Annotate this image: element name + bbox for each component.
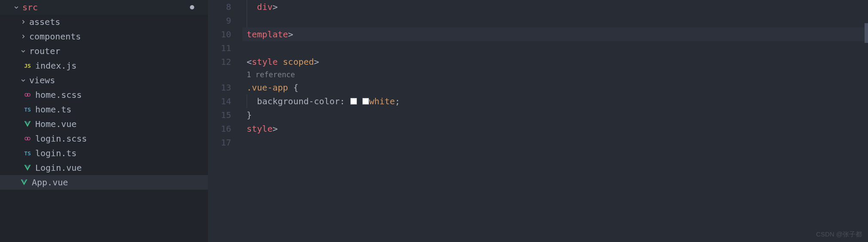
- vue-file-icon: [23, 163, 32, 172]
- line-number-gutter: 891011121314151617: [208, 0, 242, 242]
- line-number: 17: [208, 136, 231, 149]
- chevron-down-icon: [20, 77, 27, 84]
- scss-file-icon: [23, 134, 32, 143]
- code-line[interactable]: style>: [242, 122, 868, 136]
- file-label: login.scss: [35, 133, 87, 144]
- folder-item-assets[interactable]: assets: [0, 15, 208, 29]
- line-number: 15: [208, 108, 231, 122]
- line-number: 16: [208, 122, 231, 136]
- color-swatch-icon[interactable]: [350, 98, 357, 105]
- code-content[interactable]: div>template><style scoped>1 reference.v…: [242, 0, 868, 242]
- color-swatch-icon[interactable]: [362, 98, 369, 105]
- folder-item-src[interactable]: src: [0, 0, 208, 15]
- folder-label: router: [29, 46, 60, 56]
- code-line[interactable]: [242, 41, 868, 55]
- code-line[interactable]: [242, 136, 868, 149]
- file-item-login.ts[interactable]: TSlogin.ts: [0, 146, 208, 160]
- line-number: 13: [208, 81, 231, 94]
- folder-item-router[interactable]: router: [0, 44, 208, 58]
- ts-file-icon: TS: [23, 149, 32, 157]
- file-label: Home.vue: [35, 119, 76, 129]
- line-number: 10: [208, 27, 231, 41]
- folder-label: src: [22, 2, 38, 12]
- file-item-home.ts[interactable]: TShome.ts: [0, 102, 208, 117]
- chevron-right-icon: [20, 33, 27, 40]
- chevron-right-icon: [20, 18, 27, 25]
- vue-file-icon: [20, 178, 28, 187]
- code-line[interactable]: template>: [242, 27, 868, 41]
- folder-label: views: [29, 75, 55, 85]
- dirty-indicator-icon: [190, 5, 194, 9]
- folder-item-views[interactable]: views: [0, 73, 208, 88]
- vue-file-icon: [23, 120, 32, 128]
- scss-file-icon: [23, 91, 32, 99]
- ts-file-icon: TS: [23, 105, 32, 114]
- code-line[interactable]: <style scoped>: [242, 55, 868, 69]
- line-number: 9: [208, 14, 231, 27]
- folder-label: assets: [29, 17, 60, 27]
- folder-label: components: [29, 31, 81, 42]
- code-line[interactable]: background-color: white;: [242, 94, 868, 108]
- code-line[interactable]: }: [242, 108, 868, 122]
- line-number: 12: [208, 55, 231, 69]
- file-item-home.scss[interactable]: home.scss: [0, 88, 208, 102]
- line-number: 8: [208, 0, 231, 14]
- file-item-Home.vue[interactable]: Home.vue: [0, 117, 208, 131]
- js-file-icon: JS: [23, 61, 32, 70]
- indent-guide: [247, 14, 247, 27]
- code-line[interactable]: div>: [242, 0, 868, 14]
- line-number: 11: [208, 41, 231, 55]
- file-explorer-sidebar: srcassetscomponentsrouterJSindex.jsviews…: [0, 0, 208, 242]
- code-line[interactable]: [242, 14, 868, 27]
- file-item-Login.vue[interactable]: Login.vue: [0, 160, 208, 175]
- file-label: App.vue: [32, 177, 68, 188]
- folder-item-components[interactable]: components: [0, 29, 208, 44]
- minimap-highlight-marker: [865, 23, 868, 43]
- file-label: home.ts: [35, 104, 71, 115]
- file-item-App.vue[interactable]: App.vue: [0, 175, 208, 190]
- file-label: Login.vue: [35, 163, 82, 173]
- file-label: home.scss: [35, 90, 82, 100]
- code-line[interactable]: .vue-app {: [242, 81, 868, 94]
- watermark-text: CSDN @张子都: [816, 230, 862, 239]
- file-label: index.js: [35, 60, 76, 71]
- code-editor[interactable]: 891011121314151617 div>template><style s…: [208, 0, 868, 242]
- chevron-down-icon: [20, 48, 27, 54]
- file-item-index.js[interactable]: JSindex.js: [0, 58, 208, 73]
- code-lens-reference[interactable]: 1 reference: [242, 69, 868, 81]
- indent-guide: [247, 0, 247, 14]
- file-label: login.ts: [35, 148, 76, 158]
- chevron-down-icon: [13, 4, 20, 11]
- line-number: 14: [208, 94, 231, 108]
- indent-guide: [247, 94, 247, 108]
- file-item-login.scss[interactable]: login.scss: [0, 131, 208, 146]
